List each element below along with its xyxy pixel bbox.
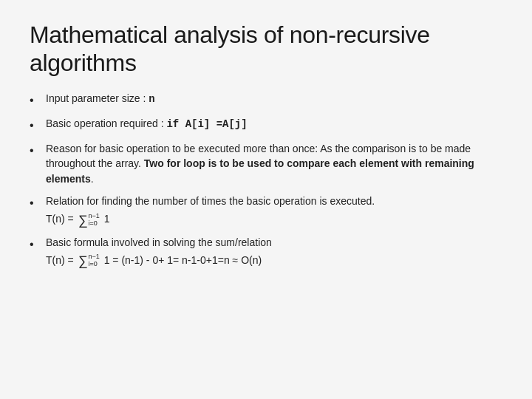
sigma-limits-2: n−1 i=0 [88, 253, 99, 268]
bullet-dot: • [30, 92, 41, 109]
bullet-text-end: . [91, 173, 94, 185]
bullet-code: if A[i] =A[j] [166, 118, 247, 130]
bullet-dot: • [30, 236, 41, 253]
bullet-content: Basic formula involved in solving the su… [46, 235, 502, 268]
bullet-text-normal: Basic formula involved in solving the su… [46, 236, 272, 248]
bullet-content: Reason for basic operation to be execute… [46, 141, 502, 186]
bullet-text: Input parameter size : [46, 92, 149, 104]
formula-block: T(n) = ∑ n−1 i=0 1 [46, 211, 502, 227]
bullet-text-normal: Relation for finding the number of times… [46, 195, 375, 207]
sigma-expression-2: ∑ n−1 i=0 [78, 253, 100, 268]
list-item: • Basic operation required : if A[i] =A[… [30, 116, 502, 134]
bullet-dot: • [30, 117, 41, 134]
bullet-dot: • [30, 142, 41, 159]
sigma-subscript: i=0 [88, 220, 99, 228]
bullet-code: n [149, 93, 154, 105]
formula-block-2: T(n) = ∑ n−1 i=0 1 = (n-1) - 0+ 1= n-1-0… [46, 253, 502, 268]
formula-text: T(n) = [46, 213, 74, 225]
sigma-symbol-2: ∑ [78, 254, 88, 267]
slide-title: Mathematical analysis of non-recursive a… [30, 21, 502, 78]
list-item: • Reason for basic operation to be execu… [30, 141, 502, 186]
bullet-content: Input parameter size : n [46, 91, 502, 106]
slide: Mathematical analysis of non-recursive a… [0, 0, 532, 399]
list-item: • Input parameter size : n [30, 91, 502, 109]
formula-text-2: T(n) = [46, 254, 74, 266]
list-item: • Basic formula involved in solving the … [30, 235, 502, 268]
bullet-text: Basic operation required : [46, 117, 166, 129]
bullet-content: Basic operation required : if A[i] =A[j] [46, 116, 502, 132]
sigma-subscript-2: i=0 [88, 261, 99, 268]
formula-value: 1 [104, 213, 110, 225]
bullet-list: • Input parameter size : n • Basic opera… [30, 91, 502, 268]
sigma-expression: ∑ n−1 i=0 [78, 213, 100, 228]
bullet-content: Relation for finding the number of times… [46, 194, 502, 227]
list-item: • Relation for finding the number of tim… [30, 194, 502, 227]
bullet-dot: • [30, 194, 41, 211]
formula-value-2: 1 = (n-1) - 0+ 1= n-1-0+1=n ≈ O(n) [104, 254, 262, 266]
sigma-limits: n−1 i=0 [88, 213, 99, 228]
sigma-symbol: ∑ [78, 214, 88, 227]
